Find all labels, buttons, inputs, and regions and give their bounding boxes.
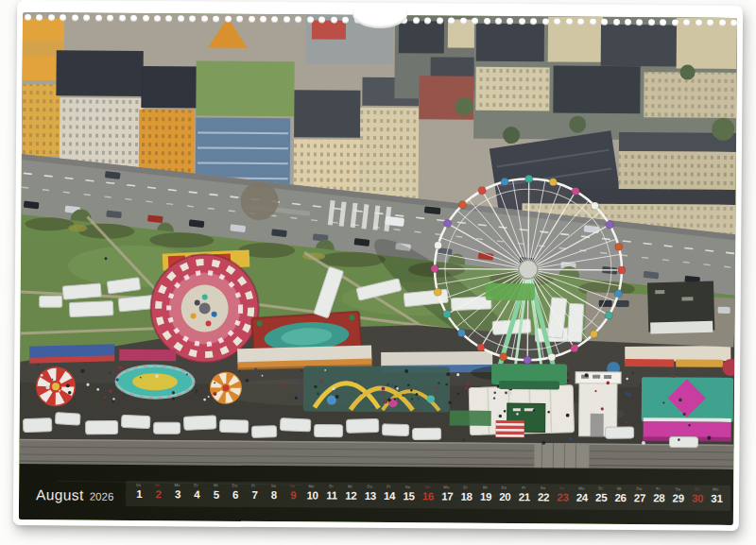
punch-hole <box>36 14 43 21</box>
day-cell: So2 <box>148 482 168 501</box>
day-cell: So30 <box>688 486 708 505</box>
punch-hole <box>236 16 243 23</box>
day-cell: Mo17 <box>438 485 457 503</box>
punch-hole <box>542 18 549 25</box>
day-cell: Fr28 <box>649 485 669 504</box>
day-cell: Sa8 <box>265 483 284 502</box>
day-cell: Mi12 <box>341 484 361 502</box>
punch-hole <box>25 14 31 21</box>
day-cell: Fr14 <box>380 484 400 502</box>
water-pool <box>116 366 194 399</box>
month-label: August <box>36 486 84 503</box>
punch-hole <box>284 16 290 23</box>
punch-hole <box>472 18 478 25</box>
punch-hole <box>249 16 255 23</box>
day-cell: Mo10 <box>302 483 322 502</box>
punch-hole <box>130 15 137 22</box>
day-cell: Mo31 <box>707 486 727 505</box>
day-cell: Mi5 <box>207 483 227 502</box>
punch-hole <box>413 17 420 24</box>
day-cell: Di4 <box>187 482 207 501</box>
day-cell: Sa29 <box>669 485 689 504</box>
day-cell: Di11 <box>322 484 342 502</box>
punch-hole <box>424 17 431 24</box>
punch-hole <box>507 18 513 25</box>
striped-stall <box>496 420 524 437</box>
year-label: 2026 <box>90 491 114 502</box>
day-cell: Sa22 <box>534 485 554 503</box>
punch-hole <box>165 15 172 22</box>
punch-hole <box>590 19 596 26</box>
day-cell: Sa15 <box>399 484 419 502</box>
punch-hole <box>143 15 149 22</box>
day-cell: Fr7 <box>245 483 265 502</box>
day-cell: So9 <box>284 483 303 502</box>
day-cell: Fr21 <box>515 485 535 503</box>
punch-hole <box>48 14 55 21</box>
day-cell: Mo24 <box>573 485 593 504</box>
punch-hole <box>307 16 314 23</box>
punch-hole <box>72 14 78 21</box>
punch-hole <box>119 15 126 22</box>
calendar-page: August 2026 Sa1So2Mo3Di4Mi5Do6Fr7Sa8So9M… <box>13 0 743 531</box>
carousel-ride <box>150 254 259 363</box>
calendar-photo: August 2026 Sa1So2Mo3Di4Mi5Do6Fr7Sa8So9M… <box>19 12 737 525</box>
aerial-photo-scene <box>19 12 737 525</box>
bare-tree <box>240 182 278 220</box>
month-year-label: August 2026 <box>36 486 113 504</box>
punch-hole <box>260 16 266 23</box>
day-cell: Do27 <box>630 485 650 504</box>
punch-hole <box>342 17 349 24</box>
punch-hole <box>295 16 301 23</box>
day-cell: Do13 <box>361 484 381 502</box>
punch-hole <box>271 16 278 23</box>
day-cell: Do20 <box>495 485 515 503</box>
punch-hole <box>730 20 737 26</box>
day-cell: So23 <box>553 485 573 503</box>
punch-hole <box>331 17 337 24</box>
punch-hole <box>189 15 196 22</box>
punch-hole <box>566 19 573 26</box>
loop-ride <box>303 366 450 412</box>
day-cell: Sa1 <box>129 482 149 501</box>
punch-hole <box>213 16 219 23</box>
punch-hole <box>672 19 679 26</box>
punch-hole <box>318 16 325 23</box>
punch-hole <box>495 18 502 25</box>
punch-hole <box>83 15 90 22</box>
punch-hole <box>519 18 525 25</box>
day-cell: Do6 <box>226 483 246 502</box>
day-cell: So16 <box>419 484 438 502</box>
punch-hole <box>95 15 102 22</box>
punch-hole <box>201 16 208 23</box>
punch-hole <box>648 19 655 26</box>
punch-hole <box>707 20 713 26</box>
punch-hole <box>60 14 66 21</box>
punch-hole <box>154 15 161 22</box>
punch-hole <box>225 16 232 23</box>
punch-hole <box>625 19 631 26</box>
punch-hole <box>683 20 690 26</box>
punch-hole <box>484 18 490 25</box>
punch-hole <box>437 17 443 24</box>
punch-hole <box>613 19 620 26</box>
punch-hole <box>530 18 537 25</box>
punch-hole <box>660 19 666 26</box>
punch-hole <box>107 15 113 22</box>
striped-carousel-2 <box>210 372 242 404</box>
punch-hole <box>696 20 702 26</box>
punch-hole <box>460 18 467 25</box>
punch-hole <box>636 19 643 26</box>
pink-tent <box>642 377 734 442</box>
punch-hole <box>719 20 726 26</box>
day-cell: Mi19 <box>476 485 496 503</box>
punch-hole <box>448 18 455 25</box>
day-cell: Mi26 <box>610 485 630 504</box>
punch-hole <box>554 18 560 25</box>
calendar-mockup: August 2026 Sa1So2Mo3Di4Mi5Do6Fr7Sa8So9M… <box>0 0 756 545</box>
punch-hole <box>577 19 584 26</box>
day-cell: Mo3 <box>168 482 188 501</box>
striped-carousel <box>36 366 76 406</box>
punch-hole <box>601 19 608 26</box>
punch-hole <box>178 15 184 22</box>
